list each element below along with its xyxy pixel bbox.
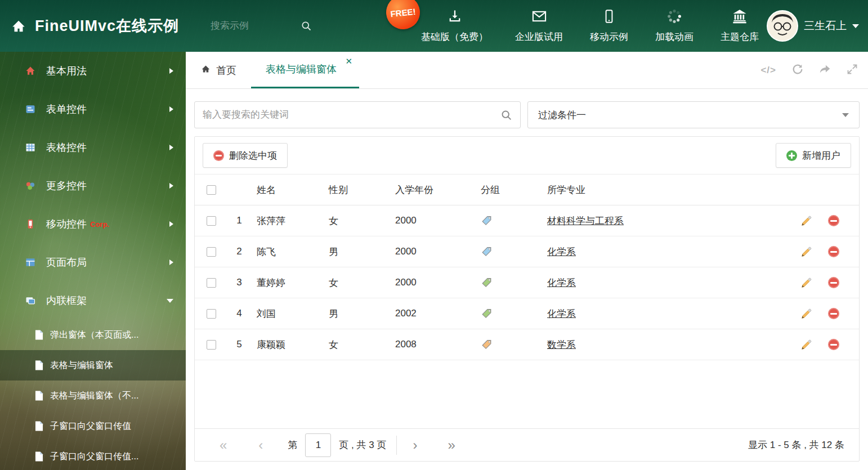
sidebar-item-more-controls[interactable]: 更多控件 [0, 167, 186, 205]
keyword-search-box [194, 101, 521, 128]
cell-gender: 男 [323, 307, 390, 320]
chevron-down-icon [167, 299, 173, 303]
nav-label: 基础版（免费） [421, 30, 488, 43]
row-checkbox[interactable] [207, 309, 216, 319]
column-group[interactable]: 分组 [475, 183, 542, 196]
cell-gender: 男 [323, 245, 390, 258]
home-icon[interactable] [10, 19, 27, 34]
sidebar-item-grid-controls[interactable]: 表格控件 [0, 128, 186, 167]
sidebar-item-iframe[interactable]: 内联框架 [0, 281, 186, 320]
page-input[interactable] [305, 433, 331, 457]
table-header: 姓名 性别 入学年份 分组 所学专业 [195, 174, 859, 205]
nav-label: 企业版试用 [515, 30, 563, 43]
row-checkbox[interactable] [207, 247, 216, 257]
sidebar-item-label: 表单控件 [46, 102, 87, 116]
edit-icon[interactable] [800, 246, 812, 258]
chevron-right-icon [169, 145, 173, 150]
delete-icon[interactable] [828, 246, 839, 257]
sidebar-item-mobile-controls[interactable]: 移动控件 Corp. [0, 205, 186, 243]
cell-year: 2002 [390, 308, 475, 319]
table-row: 2 陈飞 男 2000 化学系 [195, 236, 859, 267]
column-year[interactable]: 入学年份 [390, 183, 475, 196]
refresh-icon[interactable] [791, 63, 804, 78]
nav-item-basic-version[interactable]: 基础版（免费） [408, 0, 502, 52]
cell-year: 2000 [390, 215, 475, 226]
nav-item-theme-store[interactable]: 主题仓库 [707, 0, 772, 52]
cell-gender: 女 [323, 214, 390, 227]
sidebar-item-page-layout[interactable]: 页面布局 [0, 243, 186, 281]
filter-dropdown[interactable]: 过滤条件一 [527, 101, 860, 128]
column-major[interactable]: 所学专业 [542, 183, 796, 196]
major-link[interactable]: 化学系 [547, 277, 576, 288]
tab-bar: 首页 表格与编辑窗体 ✕ </> [186, 52, 868, 89]
share-icon[interactable] [819, 63, 831, 78]
tab-home[interactable]: 首页 [186, 52, 251, 88]
mobile-small-icon [25, 218, 37, 230]
row-checkbox[interactable] [207, 216, 216, 226]
edit-icon[interactable] [800, 339, 812, 351]
cell-name: 康颖颖 [251, 338, 323, 351]
column-gender[interactable]: 性别 [323, 183, 390, 196]
major-link[interactable]: 化学系 [547, 247, 576, 257]
close-icon[interactable]: ✕ [345, 57, 352, 65]
row-index: 3 [227, 277, 251, 288]
prev-page-button[interactable]: ‹ [258, 438, 263, 452]
select-all-checkbox[interactable] [207, 185, 216, 195]
header-search-input[interactable] [211, 20, 295, 32]
table-row: 5 康颖颖 女 2008 数学系 [195, 329, 859, 360]
sidebar-subitem-child-to-parent[interactable]: 子窗口向父窗口传值 [0, 411, 186, 441]
tag-icon [481, 276, 542, 289]
last-page-button[interactable]: » [448, 438, 455, 452]
tab-grid-edit-window[interactable]: 表格与编辑窗体 ✕ [251, 52, 359, 88]
major-link[interactable]: 材料科学与工程系 [547, 216, 624, 226]
delete-icon[interactable] [828, 215, 839, 226]
iframe-icon [25, 295, 37, 306]
row-index: 1 [227, 215, 251, 226]
edit-icon[interactable] [800, 215, 812, 227]
sidebar-subitem-grid-edit-window-2[interactable]: 表格与编辑窗体（不... [0, 381, 186, 411]
user-name: 三生石上 [804, 19, 847, 33]
sidebar-subitem-child-to-parent-2[interactable]: 子窗口向父窗口传值... [0, 441, 186, 470]
edit-icon[interactable] [800, 308, 812, 320]
row-index: 2 [227, 246, 251, 257]
sidebar-subitem-popup-window[interactable]: 弹出窗体（本页面或... [0, 320, 186, 350]
plus-circle-icon [786, 150, 797, 161]
sidebar-subitem-grid-edit-window[interactable]: 表格与编辑窗体 [0, 350, 186, 381]
file-icon [35, 451, 43, 462]
search-icon[interactable] [500, 109, 512, 121]
next-page-button[interactable]: › [413, 438, 417, 452]
edit-icon[interactable] [800, 277, 812, 289]
column-name[interactable]: 姓名 [251, 183, 323, 196]
major-link[interactable]: 数学系 [547, 339, 576, 350]
major-link[interactable]: 化学系 [547, 308, 576, 319]
delete-selected-button[interactable]: 删除选中项 [203, 143, 288, 168]
cell-gender: 女 [323, 276, 390, 289]
add-user-button[interactable]: 新增用户 [776, 143, 851, 168]
keyword-search-input[interactable] [203, 109, 500, 120]
bank-icon [732, 8, 748, 26]
search-icon[interactable] [301, 20, 312, 32]
sidebar-item-label: 更多控件 [46, 179, 87, 193]
first-page-button[interactable]: « [220, 438, 227, 452]
cell-year: 2000 [390, 277, 475, 288]
delete-icon[interactable] [828, 277, 839, 288]
nav-item-mobile-demo[interactable]: 移动示例 [576, 0, 642, 52]
sidebar-item-form-controls[interactable]: 表单控件 [0, 90, 186, 128]
nav-item-loading-animation[interactable]: 加载动画 [642, 0, 707, 52]
source-code-icon[interactable]: </> [760, 65, 776, 76]
row-checkbox[interactable] [207, 340, 216, 350]
cell-name: 张萍萍 [251, 214, 323, 227]
row-checkbox[interactable] [207, 278, 216, 288]
delete-icon[interactable] [828, 308, 839, 319]
chevron-right-icon [169, 259, 173, 265]
form-icon [25, 104, 37, 115]
spinner-icon [666, 8, 682, 26]
home-small-icon [25, 65, 37, 77]
nav-item-enterprise-trial[interactable]: 企业版试用 [502, 0, 576, 52]
user-menu[interactable]: 三生石上 [767, 0, 859, 52]
filter-row: 过滤条件一 [186, 89, 868, 128]
expand-icon[interactable] [847, 64, 858, 77]
chevron-right-icon [169, 221, 173, 227]
delete-icon[interactable] [828, 339, 839, 350]
sidebar-item-basic-usage[interactable]: 基本用法 [0, 52, 186, 90]
